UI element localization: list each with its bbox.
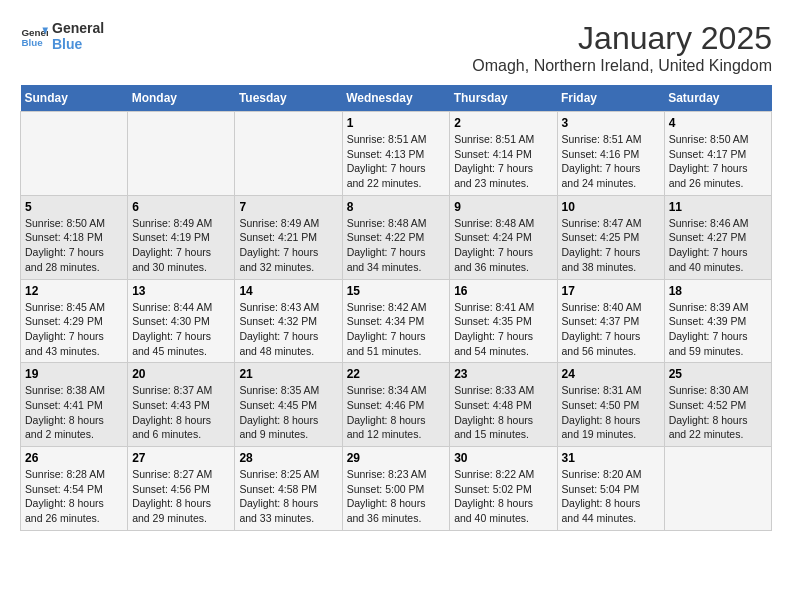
day-info: Sunrise: 8:22 AM Sunset: 5:02 PM Dayligh… — [454, 467, 552, 526]
weekday-header-sunday: Sunday — [21, 85, 128, 112]
calendar-cell: 18Sunrise: 8:39 AM Sunset: 4:39 PM Dayli… — [664, 279, 771, 363]
calendar-cell: 27Sunrise: 8:27 AM Sunset: 4:56 PM Dayli… — [128, 447, 235, 531]
day-number: 2 — [454, 116, 552, 130]
day-number: 11 — [669, 200, 767, 214]
day-info: Sunrise: 8:49 AM Sunset: 4:21 PM Dayligh… — [239, 216, 337, 275]
week-row-5: 26Sunrise: 8:28 AM Sunset: 4:54 PM Dayli… — [21, 447, 772, 531]
calendar-cell: 1Sunrise: 8:51 AM Sunset: 4:13 PM Daylig… — [342, 112, 450, 196]
weekday-header-thursday: Thursday — [450, 85, 557, 112]
logo-line2: Blue — [52, 36, 104, 52]
weekday-header-wednesday: Wednesday — [342, 85, 450, 112]
calendar-cell: 29Sunrise: 8:23 AM Sunset: 5:00 PM Dayli… — [342, 447, 450, 531]
day-number: 23 — [454, 367, 552, 381]
day-info: Sunrise: 8:20 AM Sunset: 5:04 PM Dayligh… — [562, 467, 660, 526]
week-row-3: 12Sunrise: 8:45 AM Sunset: 4:29 PM Dayli… — [21, 279, 772, 363]
day-info: Sunrise: 8:49 AM Sunset: 4:19 PM Dayligh… — [132, 216, 230, 275]
calendar-cell: 31Sunrise: 8:20 AM Sunset: 5:04 PM Dayli… — [557, 447, 664, 531]
day-number: 10 — [562, 200, 660, 214]
calendar-cell — [21, 112, 128, 196]
logo-icon: General Blue — [20, 22, 48, 50]
weekday-header-monday: Monday — [128, 85, 235, 112]
day-number: 29 — [347, 451, 446, 465]
calendar-cell — [664, 447, 771, 531]
header: General Blue General Blue January 2025 O… — [20, 20, 772, 75]
calendar-cell: 23Sunrise: 8:33 AM Sunset: 4:48 PM Dayli… — [450, 363, 557, 447]
day-info: Sunrise: 8:40 AM Sunset: 4:37 PM Dayligh… — [562, 300, 660, 359]
day-info: Sunrise: 8:35 AM Sunset: 4:45 PM Dayligh… — [239, 383, 337, 442]
calendar-cell: 30Sunrise: 8:22 AM Sunset: 5:02 PM Dayli… — [450, 447, 557, 531]
calendar-cell: 2Sunrise: 8:51 AM Sunset: 4:14 PM Daylig… — [450, 112, 557, 196]
calendar-cell: 21Sunrise: 8:35 AM Sunset: 4:45 PM Dayli… — [235, 363, 342, 447]
day-info: Sunrise: 8:27 AM Sunset: 4:56 PM Dayligh… — [132, 467, 230, 526]
calendar-cell — [235, 112, 342, 196]
title-area: January 2025 Omagh, Northern Ireland, Un… — [472, 20, 772, 75]
day-info: Sunrise: 8:42 AM Sunset: 4:34 PM Dayligh… — [347, 300, 446, 359]
day-info: Sunrise: 8:37 AM Sunset: 4:43 PM Dayligh… — [132, 383, 230, 442]
day-info: Sunrise: 8:30 AM Sunset: 4:52 PM Dayligh… — [669, 383, 767, 442]
day-number: 16 — [454, 284, 552, 298]
day-info: Sunrise: 8:43 AM Sunset: 4:32 PM Dayligh… — [239, 300, 337, 359]
calendar-cell: 6Sunrise: 8:49 AM Sunset: 4:19 PM Daylig… — [128, 195, 235, 279]
day-number: 3 — [562, 116, 660, 130]
day-info: Sunrise: 8:48 AM Sunset: 4:24 PM Dayligh… — [454, 216, 552, 275]
calendar-cell: 17Sunrise: 8:40 AM Sunset: 4:37 PM Dayli… — [557, 279, 664, 363]
calendar-cell: 3Sunrise: 8:51 AM Sunset: 4:16 PM Daylig… — [557, 112, 664, 196]
calendar-table: SundayMondayTuesdayWednesdayThursdayFrid… — [20, 85, 772, 531]
calendar-cell: 24Sunrise: 8:31 AM Sunset: 4:50 PM Dayli… — [557, 363, 664, 447]
day-number: 15 — [347, 284, 446, 298]
subtitle: Omagh, Northern Ireland, United Kingdom — [472, 57, 772, 75]
logo-line1: General — [52, 20, 104, 36]
day-number: 5 — [25, 200, 123, 214]
day-info: Sunrise: 8:45 AM Sunset: 4:29 PM Dayligh… — [25, 300, 123, 359]
day-info: Sunrise: 8:44 AM Sunset: 4:30 PM Dayligh… — [132, 300, 230, 359]
day-number: 13 — [132, 284, 230, 298]
weekday-header-saturday: Saturday — [664, 85, 771, 112]
day-info: Sunrise: 8:50 AM Sunset: 4:17 PM Dayligh… — [669, 132, 767, 191]
day-number: 28 — [239, 451, 337, 465]
day-number: 26 — [25, 451, 123, 465]
day-number: 22 — [347, 367, 446, 381]
main-title: January 2025 — [472, 20, 772, 57]
day-info: Sunrise: 8:38 AM Sunset: 4:41 PM Dayligh… — [25, 383, 123, 442]
day-number: 4 — [669, 116, 767, 130]
day-number: 20 — [132, 367, 230, 381]
week-row-2: 5Sunrise: 8:50 AM Sunset: 4:18 PM Daylig… — [21, 195, 772, 279]
day-info: Sunrise: 8:48 AM Sunset: 4:22 PM Dayligh… — [347, 216, 446, 275]
day-info: Sunrise: 8:50 AM Sunset: 4:18 PM Dayligh… — [25, 216, 123, 275]
week-row-4: 19Sunrise: 8:38 AM Sunset: 4:41 PM Dayli… — [21, 363, 772, 447]
calendar-cell: 9Sunrise: 8:48 AM Sunset: 4:24 PM Daylig… — [450, 195, 557, 279]
day-number: 12 — [25, 284, 123, 298]
day-info: Sunrise: 8:47 AM Sunset: 4:25 PM Dayligh… — [562, 216, 660, 275]
day-number: 31 — [562, 451, 660, 465]
day-number: 8 — [347, 200, 446, 214]
day-number: 17 — [562, 284, 660, 298]
day-info: Sunrise: 8:28 AM Sunset: 4:54 PM Dayligh… — [25, 467, 123, 526]
day-info: Sunrise: 8:31 AM Sunset: 4:50 PM Dayligh… — [562, 383, 660, 442]
day-info: Sunrise: 8:25 AM Sunset: 4:58 PM Dayligh… — [239, 467, 337, 526]
day-info: Sunrise: 8:46 AM Sunset: 4:27 PM Dayligh… — [669, 216, 767, 275]
calendar-cell: 10Sunrise: 8:47 AM Sunset: 4:25 PM Dayli… — [557, 195, 664, 279]
week-row-1: 1Sunrise: 8:51 AM Sunset: 4:13 PM Daylig… — [21, 112, 772, 196]
day-number: 30 — [454, 451, 552, 465]
calendar-cell: 8Sunrise: 8:48 AM Sunset: 4:22 PM Daylig… — [342, 195, 450, 279]
day-number: 1 — [347, 116, 446, 130]
calendar-cell: 26Sunrise: 8:28 AM Sunset: 4:54 PM Dayli… — [21, 447, 128, 531]
day-number: 27 — [132, 451, 230, 465]
calendar-cell: 11Sunrise: 8:46 AM Sunset: 4:27 PM Dayli… — [664, 195, 771, 279]
logo: General Blue General Blue — [20, 20, 104, 52]
day-number: 25 — [669, 367, 767, 381]
day-info: Sunrise: 8:33 AM Sunset: 4:48 PM Dayligh… — [454, 383, 552, 442]
calendar-cell: 28Sunrise: 8:25 AM Sunset: 4:58 PM Dayli… — [235, 447, 342, 531]
day-number: 7 — [239, 200, 337, 214]
calendar-cell: 16Sunrise: 8:41 AM Sunset: 4:35 PM Dayli… — [450, 279, 557, 363]
day-info: Sunrise: 8:34 AM Sunset: 4:46 PM Dayligh… — [347, 383, 446, 442]
calendar-cell: 12Sunrise: 8:45 AM Sunset: 4:29 PM Dayli… — [21, 279, 128, 363]
day-number: 18 — [669, 284, 767, 298]
day-info: Sunrise: 8:39 AM Sunset: 4:39 PM Dayligh… — [669, 300, 767, 359]
calendar-cell: 7Sunrise: 8:49 AM Sunset: 4:21 PM Daylig… — [235, 195, 342, 279]
calendar-cell: 13Sunrise: 8:44 AM Sunset: 4:30 PM Dayli… — [128, 279, 235, 363]
day-info: Sunrise: 8:51 AM Sunset: 4:13 PM Dayligh… — [347, 132, 446, 191]
calendar-cell: 20Sunrise: 8:37 AM Sunset: 4:43 PM Dayli… — [128, 363, 235, 447]
svg-text:Blue: Blue — [21, 37, 43, 48]
day-info: Sunrise: 8:51 AM Sunset: 4:16 PM Dayligh… — [562, 132, 660, 191]
